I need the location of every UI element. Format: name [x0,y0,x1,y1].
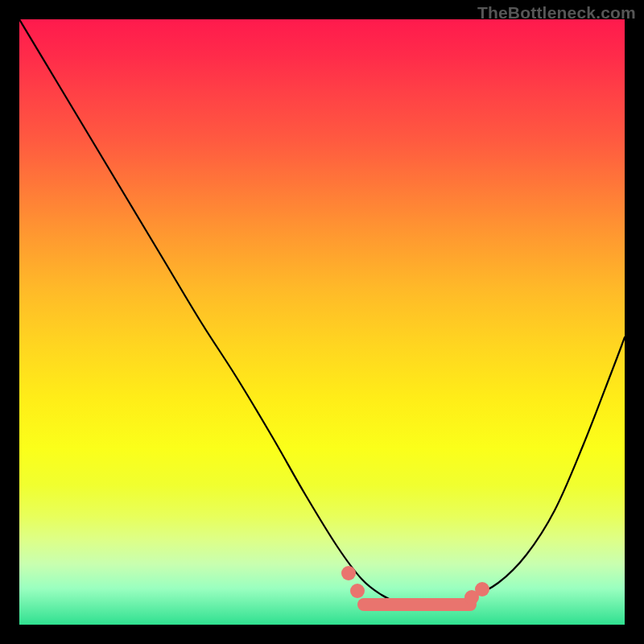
marker-dot [350,584,365,598]
watermark-text: TheBottleneck.com [477,3,636,23]
bottleneck-curve [19,19,625,605]
marker-dots [341,566,489,605]
marker-dot [341,566,356,580]
chart-svg [19,19,625,625]
marker-dot [475,582,489,597]
gradient-plot-area [19,19,625,625]
